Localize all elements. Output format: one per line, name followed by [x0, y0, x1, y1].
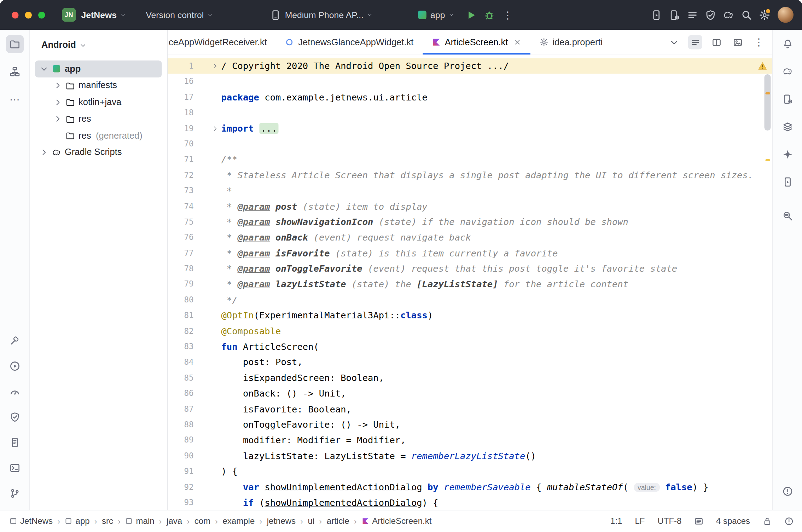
breadcrumb-ui[interactable]: ui: [308, 516, 315, 526]
version-control-tool-button[interactable]: [6, 484, 24, 502]
settings-button[interactable]: [755, 6, 773, 24]
code-text: * @param showNavigationIcon (state) if t…: [221, 214, 773, 230]
code-line: 79 * @param lazyListState (state) the [L…: [168, 277, 772, 292]
project-menu[interactable]: JetNews: [81, 10, 126, 20]
error-indicator-icon[interactable]: [785, 516, 794, 526]
file-lock-icon[interactable]: [763, 516, 772, 526]
gradle-sync-button[interactable]: [719, 6, 737, 24]
more-run-actions-button[interactable]: ⋮: [499, 6, 517, 24]
code-line: 78 * @param onToggleFavorite (event) req…: [168, 261, 772, 277]
fold-gutter: [194, 355, 221, 370]
caret-position[interactable]: 1:1: [610, 516, 622, 526]
code-text: onToggleFavorite: () -> Unit,: [221, 417, 773, 433]
structure-tool-button[interactable]: [6, 63, 24, 81]
logcat-button[interactable]: [683, 6, 701, 24]
build-tool-button[interactable]: [6, 331, 24, 349]
tab-app-widget-receiver[interactable]: ceAppWidgetReceiver.kt: [168, 30, 276, 55]
user-avatar[interactable]: [778, 7, 794, 23]
app-inspection-tool-button[interactable]: [6, 408, 24, 426]
code-line: 92 var showUnimplementedActionDialog by …: [168, 479, 772, 495]
breadcrumb-app[interactable]: app: [65, 516, 90, 526]
file-encoding[interactable]: UTF-8: [657, 516, 681, 526]
tree-item-res[interactable]: res: [30, 111, 167, 127]
tab-controls: ⋮: [667, 30, 766, 55]
code-text: onBack: () -> Unit,: [221, 386, 773, 401]
more-tool-windows-button[interactable]: ⋯: [6, 90, 24, 108]
device-manager-tool-button[interactable]: [778, 90, 796, 108]
warning-icon[interactable]: [758, 62, 767, 71]
debug-button[interactable]: [481, 6, 499, 24]
close-window-button[interactable]: [12, 11, 19, 18]
indent-style[interactable]: 4 spaces: [716, 516, 750, 526]
editor-list-button[interactable]: [688, 35, 703, 50]
problems-tool-button[interactable]: [778, 482, 796, 500]
tree-item-app[interactable]: app: [30, 60, 167, 77]
device-selector[interactable]: Medium Phone AP...: [270, 9, 373, 21]
breadcrumb-java[interactable]: java: [167, 516, 182, 526]
code-line: 87 isFavorite: Boolean,: [168, 401, 772, 417]
preview-button[interactable]: [731, 35, 745, 50]
line-number: 90: [168, 448, 194, 464]
tree-item-kotlin-java[interactable]: kotlin+java: [30, 94, 167, 111]
find-tool-button[interactable]: [778, 207, 796, 225]
reader-mode-icon[interactable]: [694, 516, 703, 526]
search-everywhere-button[interactable]: [737, 6, 755, 24]
line-number: 82: [168, 323, 194, 339]
device-manager-button[interactable]: [665, 6, 683, 24]
scrollbar-warning-mark[interactable]: [766, 159, 771, 161]
breadcrumb-jetnews[interactable]: JetNews: [10, 516, 53, 526]
running-devices-button[interactable]: [647, 6, 665, 24]
breadcrumb-separator: ›: [215, 516, 218, 526]
breadcrumb-separator: ›: [118, 516, 121, 526]
run-button[interactable]: [463, 6, 481, 24]
breadcrumb-com[interactable]: com: [194, 516, 210, 526]
gradle-tool-button[interactable]: [778, 63, 796, 81]
editor-scrollbar-thumb[interactable]: [765, 74, 771, 131]
editor[interactable]: 1/ Copyright 2020 The Android Open Sourc…: [168, 55, 772, 510]
breadcrumb-articlescreen-kt[interactable]: ArticleScreen.kt: [361, 516, 431, 526]
editor-options-button[interactable]: ⋮: [752, 35, 766, 50]
split-editor-button[interactable]: [709, 35, 724, 50]
fold-gutter[interactable]: [194, 121, 221, 136]
tab-jetnews-glance-app-widget[interactable]: JetnewsGlanceAppWidget.kt: [276, 30, 423, 55]
profiler-tool-button[interactable]: [6, 382, 24, 400]
breadcrumb-main[interactable]: main: [126, 516, 155, 526]
line-number: 87: [168, 401, 194, 417]
scrollbar-warning-mark[interactable]: [766, 92, 771, 94]
project-view-selector[interactable]: Android: [30, 30, 167, 57]
vcs-menu[interactable]: Version control: [146, 10, 213, 20]
terminal-tool-button[interactable]: [6, 459, 24, 477]
breadcrumb-article[interactable]: article: [327, 516, 349, 526]
fold-gutter[interactable]: [194, 58, 221, 74]
tab-article-screen[interactable]: ArticleScreen.kt: [423, 30, 530, 55]
minimize-window-button[interactable]: [25, 11, 32, 18]
tree-item-label: app: [65, 64, 81, 74]
code-text: import ...: [221, 121, 773, 136]
project-tool-button[interactable]: [6, 35, 24, 53]
build-variants-tool-button[interactable]: [778, 118, 796, 136]
left-tool-strip: ⋯: [0, 30, 30, 510]
close-icon[interactable]: [513, 38, 521, 46]
play-circle-icon: [9, 360, 20, 371]
run-tool-button[interactable]: [6, 357, 24, 375]
breadcrumb-example[interactable]: example: [223, 516, 255, 526]
zoom-window-button[interactable]: [38, 11, 45, 18]
device-explorer-tool-button[interactable]: [6, 433, 24, 451]
project-logo[interactable]: JN: [62, 8, 76, 22]
line-separator[interactable]: LF: [635, 516, 645, 526]
breadcrumb-label: ArticleScreen.kt: [372, 516, 431, 526]
run-configuration-selector[interactable]: app: [418, 10, 454, 20]
app-quality-insights-button[interactable]: [701, 6, 719, 24]
breadcrumb-jetnews[interactable]: jetnews: [267, 516, 296, 526]
gemini-tool-button[interactable]: [778, 145, 796, 163]
tree-item-res-generated[interactable]: res(generated): [30, 127, 167, 144]
running-devices-tool-button[interactable]: [778, 173, 796, 191]
hidden-tabs-dropdown[interactable]: [667, 35, 681, 50]
breadcrumb-src[interactable]: src: [102, 516, 113, 526]
tree-item-gradle-scripts[interactable]: Gradle Scripts: [30, 144, 167, 161]
notifications-tool-button[interactable]: [778, 35, 796, 53]
device-selector-label: Medium Phone AP...: [285, 10, 364, 20]
tree-item-label: Gradle Scripts: [65, 147, 122, 158]
tab-idea-properties[interactable]: idea.properti: [530, 30, 610, 55]
tree-item-manifests[interactable]: manifests: [30, 77, 167, 94]
